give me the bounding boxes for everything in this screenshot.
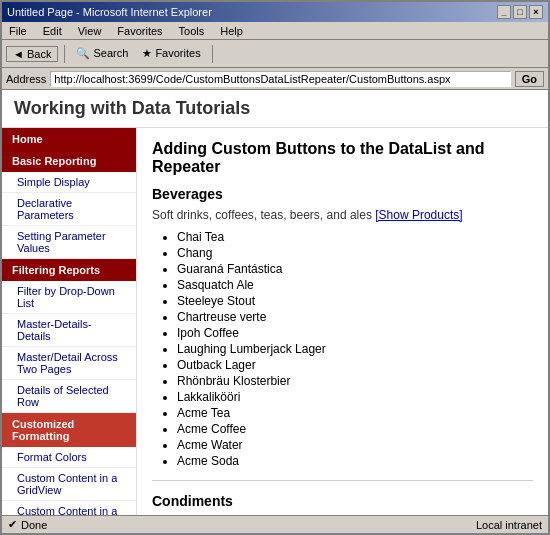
menu-tools[interactable]: Tools [176, 24, 208, 38]
status-bar: ✔ Done Local intranet [2, 515, 548, 533]
list-item: Chartreuse verte [177, 310, 533, 324]
list-item: Acme Water [177, 438, 533, 452]
beverages-title: Beverages [152, 186, 533, 202]
menu-view[interactable]: View [75, 24, 105, 38]
sidebar-item-simple-display[interactable]: Simple Display [2, 172, 136, 193]
toolbar-separator [64, 45, 65, 63]
browser-window: Untitled Page - Microsoft Internet Explo… [0, 0, 550, 535]
page-title: Working with Data Tutorials [14, 98, 536, 119]
back-button[interactable]: ◄ Back [6, 46, 58, 62]
browser-content: Working with Data Tutorials Home Basic R… [2, 90, 548, 515]
list-item: Outback Lager [177, 358, 533, 372]
maximize-button[interactable]: □ [513, 5, 527, 19]
menu-file[interactable]: File [6, 24, 30, 38]
list-item: Guaraná Fantástica [177, 262, 533, 276]
sidebar-item-master-detail-across[interactable]: Master/Detail Across Two Pages [2, 347, 136, 380]
title-bar: Untitled Page - Microsoft Internet Explo… [2, 2, 548, 22]
favorites-button[interactable]: ★ Favorites [137, 44, 205, 63]
sidebar-item-home[interactable]: Home [2, 128, 136, 150]
menu-favorites[interactable]: Favorites [114, 24, 165, 38]
toolbar-separator-2 [212, 45, 213, 63]
sidebar-item-custom-content-detailsview[interactable]: Custom Content in a DetailsView [2, 501, 136, 515]
condiments-title: Condiments [152, 493, 533, 509]
sidebar-item-filtering-reports[interactable]: Filtering Reports [2, 259, 136, 281]
sidebar-item-details-selected-row[interactable]: Details of Selected Row [2, 380, 136, 413]
list-item: Steeleye Stout [177, 294, 533, 308]
list-item: Acme Tea [177, 406, 533, 420]
status-text: Done [21, 519, 47, 531]
menu-bar: File Edit View Favorites Tools Help [2, 22, 548, 40]
minimize-button[interactable]: _ [497, 5, 511, 19]
section-divider [152, 480, 533, 481]
search-button[interactable]: 🔍 Search [71, 44, 133, 63]
status-left: ✔ Done [8, 518, 47, 531]
status-icon: ✔ [8, 518, 17, 531]
page-wrapper: Working with Data Tutorials Home Basic R… [2, 90, 548, 515]
list-item: Laughing Lumberjack Lager [177, 342, 533, 356]
title-bar-buttons: _ □ × [497, 5, 543, 19]
page-header: Working with Data Tutorials [2, 90, 548, 128]
sidebar-item-format-colors[interactable]: Format Colors [2, 447, 136, 468]
beverages-show-products-link[interactable]: [Show Products] [375, 208, 462, 222]
menu-edit[interactable]: Edit [40, 24, 65, 38]
list-item: Acme Coffee [177, 422, 533, 436]
sidebar-item-master-details[interactable]: Master-Details-Details [2, 314, 136, 347]
address-label: Address [6, 73, 46, 85]
main-heading: Adding Custom Buttons to the DataList an… [152, 140, 533, 176]
list-item: Sasquatch Ale [177, 278, 533, 292]
main-content: Adding Custom Buttons to the DataList an… [137, 128, 548, 515]
list-item: Ipoh Coffee [177, 326, 533, 340]
toolbar: ◄ Back 🔍 Search ★ Favorites [2, 40, 548, 68]
browser-title: Untitled Page - Microsoft Internet Explo… [7, 6, 212, 18]
beverages-product-list: Chai Tea Chang Guaraná Fantástica Sasqua… [152, 230, 533, 468]
menu-help[interactable]: Help [217, 24, 246, 38]
sidebar-item-basic-reporting[interactable]: Basic Reporting [2, 150, 136, 172]
close-button[interactable]: × [529, 5, 543, 19]
content-area: Home Basic Reporting Simple Display Decl… [2, 128, 548, 515]
sidebar-item-setting-parameter-values[interactable]: Setting Parameter Values [2, 226, 136, 259]
list-item: Chang [177, 246, 533, 260]
go-button[interactable]: Go [515, 71, 544, 87]
status-zone: Local intranet [476, 519, 542, 531]
sidebar-item-declarative-parameters[interactable]: Declarative Parameters [2, 193, 136, 226]
list-item: Lakkalikööri [177, 390, 533, 404]
list-item: Rhönbräu Klosterbier [177, 374, 533, 388]
sidebar-item-filter-dropdown[interactable]: Filter by Drop-Down List [2, 281, 136, 314]
address-bar: Address Go [2, 68, 548, 90]
list-item: Chai Tea [177, 230, 533, 244]
sidebar: Home Basic Reporting Simple Display Decl… [2, 128, 137, 515]
beverages-desc: Soft drinks, coffees, teas, beers, and a… [152, 208, 533, 222]
sidebar-item-customized-formatting[interactable]: Customized Formatting [2, 413, 136, 447]
sidebar-item-custom-content-gridview[interactable]: Custom Content in a GridView [2, 468, 136, 501]
address-input[interactable] [50, 71, 510, 87]
list-item: Acme Soda [177, 454, 533, 468]
